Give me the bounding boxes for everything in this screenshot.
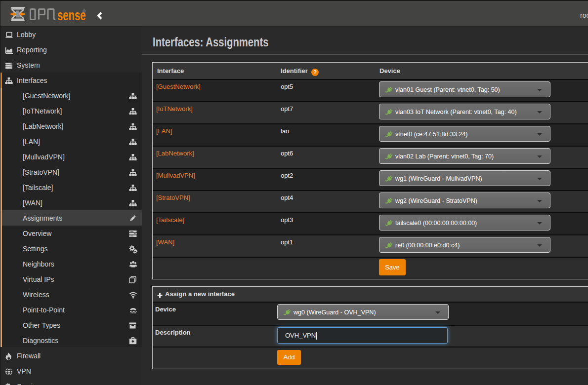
svg-text:®: ® xyxy=(83,9,86,14)
svg-text:sense: sense xyxy=(57,7,86,22)
